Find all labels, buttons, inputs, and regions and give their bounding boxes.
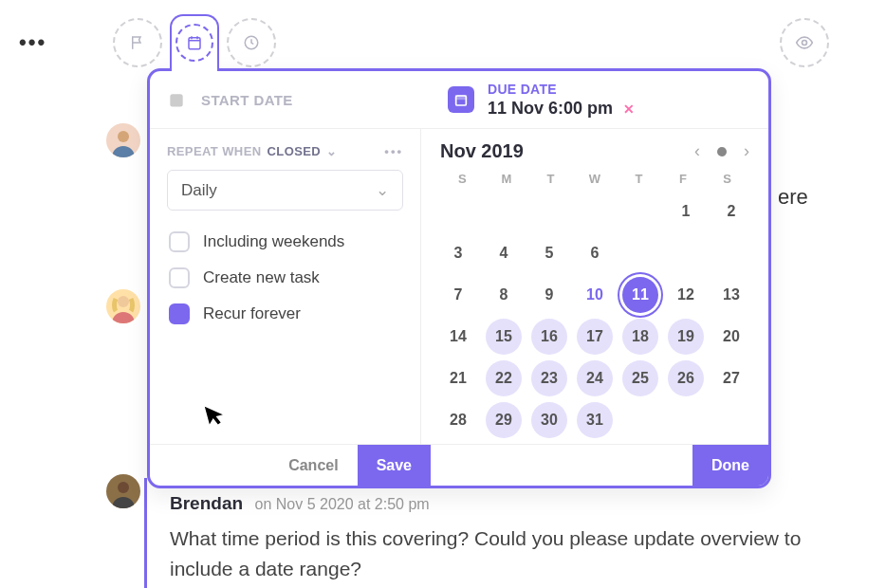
background-text-fragment: ere xyxy=(778,185,808,210)
day-of-week-header: M xyxy=(488,172,526,186)
day-cell[interactable]: 14 xyxy=(440,319,476,355)
due-date-value: 11 Nov 6:00 pm xyxy=(488,99,613,118)
calendar-icon xyxy=(167,90,186,109)
cancel-button[interactable]: Cancel xyxy=(269,445,357,486)
chevron-down-icon[interactable]: ⌄ xyxy=(326,144,337,158)
calendar-icon xyxy=(448,86,474,113)
avatar[interactable] xyxy=(106,123,140,157)
day-cell[interactable]: 23 xyxy=(531,360,567,396)
day-of-week-header: T xyxy=(620,172,658,186)
day-cell[interactable]: 18 xyxy=(622,319,658,355)
day-cell[interactable]: 20 xyxy=(713,319,749,355)
date-picker-popup: START DATE DUE DATE 11 Nov 6:00 pm ✕ REP… xyxy=(147,68,771,488)
repeat-option[interactable]: Including weekends xyxy=(167,224,403,260)
avatar[interactable] xyxy=(106,289,140,323)
repeat-trigger[interactable]: CLOSED xyxy=(268,144,322,158)
day-cell[interactable]: 31 xyxy=(577,402,613,438)
checkbox-label: Create new task xyxy=(203,268,320,287)
day-cell[interactable]: 10 xyxy=(577,277,613,313)
day-cell[interactable]: 29 xyxy=(486,402,522,438)
start-date-label: START DATE xyxy=(201,92,293,108)
day-of-week-header: S xyxy=(709,172,747,186)
day-cell[interactable]: 8 xyxy=(486,277,522,313)
svg-rect-8 xyxy=(456,96,467,99)
checkbox-label: Recur forever xyxy=(203,304,301,323)
today-dot-button[interactable] xyxy=(717,147,727,156)
day-cell[interactable]: 9 xyxy=(531,277,567,313)
prev-month-button[interactable]: ‹ xyxy=(694,141,700,161)
day-of-week-header: T xyxy=(531,172,569,186)
day-cell[interactable]: 17 xyxy=(577,319,613,355)
day-cell[interactable]: 15 xyxy=(486,319,522,355)
day-cell[interactable]: 6 xyxy=(577,235,613,271)
frequency-select[interactable]: Daily ⌄ xyxy=(167,170,403,211)
day-cell[interactable]: 11 xyxy=(622,277,658,313)
calendar-icon xyxy=(175,24,213,62)
day-cell[interactable]: 4 xyxy=(486,235,522,271)
comment-body: What time period is this covering? Could… xyxy=(170,524,804,583)
day-of-week-header: W xyxy=(576,172,614,186)
more-menu-icon[interactable]: ••• xyxy=(19,30,46,55)
svg-point-2 xyxy=(803,41,807,46)
checkbox[interactable] xyxy=(169,303,190,324)
cursor-icon xyxy=(202,400,229,430)
repeat-label: REPEAT WHEN xyxy=(167,144,262,158)
done-button[interactable]: Done xyxy=(692,445,768,486)
day-cell[interactable]: 1 xyxy=(668,193,704,230)
checkbox[interactable] xyxy=(169,267,190,288)
frequency-value: Daily xyxy=(181,181,217,200)
watch-icon[interactable] xyxy=(780,18,829,67)
calendar-tab[interactable] xyxy=(170,14,219,71)
day-cell[interactable]: 21 xyxy=(440,360,476,396)
svg-rect-0 xyxy=(189,38,200,49)
checkbox-label: Including weekends xyxy=(203,232,344,251)
due-date-section[interactable]: DUE DATE 11 Nov 6:00 pm ✕ xyxy=(431,82,768,119)
checkbox[interactable] xyxy=(169,231,190,252)
day-cell[interactable]: 12 xyxy=(668,277,704,313)
day-cell[interactable]: 22 xyxy=(486,360,522,396)
avatar[interactable] xyxy=(106,474,140,508)
chevron-down-icon: ⌄ xyxy=(376,180,389,200)
day-cell[interactable]: 16 xyxy=(531,319,567,355)
day-cell[interactable]: 3 xyxy=(440,235,476,271)
clear-due-date-icon[interactable]: ✕ xyxy=(623,101,635,117)
svg-point-3 xyxy=(118,131,129,142)
repeat-option[interactable]: Create new task xyxy=(167,260,403,296)
svg-rect-6 xyxy=(170,94,182,106)
day-cell[interactable]: 19 xyxy=(668,319,704,355)
clock-icon[interactable] xyxy=(227,18,276,67)
next-month-button[interactable]: › xyxy=(744,141,749,161)
comment: Brendan on Nov 5 2020 at 2:50 pm What ti… xyxy=(144,478,827,588)
month-label: Nov 2019 xyxy=(440,140,524,162)
day-of-week-header: F xyxy=(664,172,702,186)
repeat-option[interactable]: Recur forever xyxy=(167,296,403,332)
start-date-button[interactable]: START DATE xyxy=(150,90,431,109)
due-date-label: DUE DATE xyxy=(488,82,635,97)
repeat-more-icon[interactable]: ••• xyxy=(384,144,403,158)
day-cell[interactable]: 25 xyxy=(622,360,658,396)
svg-point-5 xyxy=(118,482,129,493)
flag-icon[interactable] xyxy=(113,18,162,67)
day-cell[interactable]: 24 xyxy=(577,360,613,396)
day-cell[interactable]: 2 xyxy=(713,193,749,230)
day-cell[interactable]: 28 xyxy=(440,402,476,438)
day-cell[interactable]: 7 xyxy=(440,277,476,313)
day-cell[interactable]: 30 xyxy=(531,402,567,438)
save-button[interactable]: Save xyxy=(358,445,431,486)
comment-timestamp: on Nov 5 2020 at 2:50 pm xyxy=(255,496,430,512)
day-cell[interactable]: 13 xyxy=(713,277,749,313)
day-cell[interactable]: 26 xyxy=(668,360,704,396)
comment-author[interactable]: Brendan xyxy=(170,493,243,513)
day-cell[interactable]: 27 xyxy=(713,360,749,396)
day-cell[interactable]: 5 xyxy=(531,235,567,271)
svg-point-4 xyxy=(118,296,129,307)
day-of-week-header: S xyxy=(443,172,481,186)
